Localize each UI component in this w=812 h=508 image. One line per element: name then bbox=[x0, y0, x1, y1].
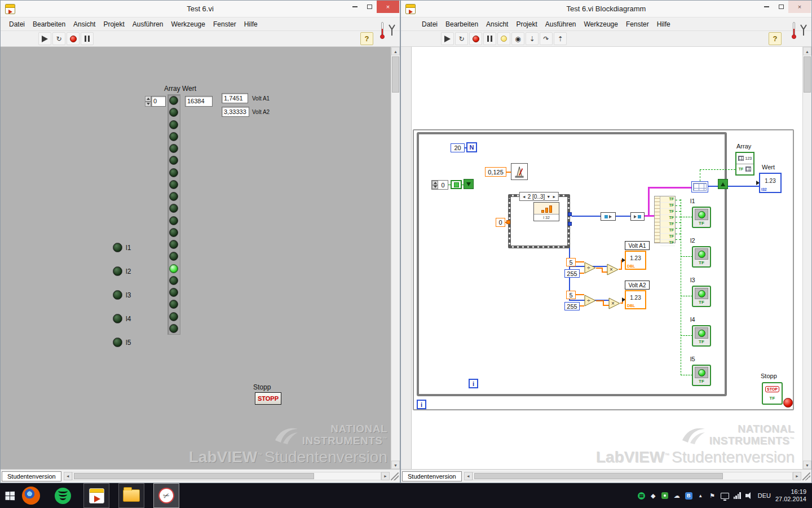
bluetooth-tray-icon[interactable]: B bbox=[685, 492, 692, 500]
menu-fenster[interactable]: Fenster bbox=[209, 17, 240, 31]
scroll-up-icon[interactable]: ▲ bbox=[803, 47, 811, 55]
menu-werkzeuge[interactable]: Werkzeuge bbox=[167, 17, 209, 31]
menu-projekt[interactable]: Projekt bbox=[512, 17, 541, 31]
front-panel-vscrollbar[interactable]: ▲ ▼ bbox=[391, 47, 400, 469]
wait-time-constant[interactable]: 0,125 bbox=[485, 167, 506, 177]
branch-icon[interactable] bbox=[387, 22, 396, 37]
taskbar-snipping-tool[interactable]: ✂ bbox=[153, 483, 179, 508]
scale-numerator-2[interactable]: 5 bbox=[566, 291, 576, 299]
for-loop-iteration-terminal[interactable]: i bbox=[469, 379, 478, 388]
menu-ansicht[interactable]: Ansicht bbox=[482, 17, 512, 31]
divide-node-1[interactable]: ÷ bbox=[584, 262, 596, 276]
studentenversion-tab[interactable]: Studentenversion bbox=[2, 471, 61, 481]
menu-projekt[interactable]: Projekt bbox=[99, 17, 128, 31]
vscroll-thumb[interactable] bbox=[804, 56, 811, 93]
l5-led-terminal[interactable]: TF bbox=[692, 365, 711, 386]
vscroll-thumb[interactable] bbox=[392, 56, 399, 93]
run-button[interactable] bbox=[441, 32, 454, 45]
index-spinner[interactable] bbox=[145, 96, 151, 107]
boolean-constant[interactable] bbox=[451, 180, 462, 189]
menu-ansicht[interactable]: Ansicht bbox=[69, 17, 99, 31]
resize-grip[interactable] bbox=[391, 472, 399, 480]
maximize-button[interactable] bbox=[774, 1, 788, 13]
minimize-button[interactable] bbox=[347, 1, 362, 13]
front-panel-hscrollbar[interactable] bbox=[72, 472, 381, 480]
block-diagram-hscrollbar[interactable] bbox=[473, 472, 793, 480]
network-tray-icon[interactable] bbox=[734, 492, 741, 499]
thermometer-icon[interactable] bbox=[379, 22, 385, 40]
hscroll-right-icon[interactable]: ► bbox=[793, 472, 801, 480]
menu-bearbeiten[interactable]: Bearbeiten bbox=[442, 17, 482, 31]
scroll-down-icon[interactable]: ▼ bbox=[391, 461, 400, 469]
thermometer-icon[interactable] bbox=[791, 22, 797, 40]
boolean-splitter[interactable]: TFTFTFTFTFTFTFTF bbox=[654, 196, 676, 243]
close-button[interactable]: × bbox=[788, 1, 811, 13]
selector-next-icon[interactable]: ► bbox=[552, 195, 556, 199]
menu-hilfe[interactable]: Hilfe bbox=[240, 17, 262, 31]
l3-led-terminal[interactable]: TF bbox=[692, 286, 711, 307]
abort-button[interactable] bbox=[67, 32, 80, 45]
build-array-node[interactable] bbox=[691, 181, 708, 192]
wert-indicator-terminal[interactable]: 1.23 I32 bbox=[759, 173, 782, 193]
l4-led-terminal[interactable]: TF bbox=[692, 325, 711, 347]
block-diagram-vscrollbar[interactable]: ▲ ▼ bbox=[802, 47, 811, 469]
selector-prev-icon[interactable]: ◄ bbox=[522, 195, 526, 199]
hscroll-left-icon[interactable]: ◄ bbox=[64, 472, 72, 480]
hscroll-thumb[interactable] bbox=[474, 473, 723, 479]
start-button[interactable] bbox=[1, 483, 18, 508]
front-panel-titlebar[interactable]: Test 6.vi × bbox=[1, 1, 400, 17]
menu-fenster[interactable]: Fenster bbox=[622, 17, 653, 31]
menu-ausfuehren[interactable]: Ausführen bbox=[541, 17, 580, 31]
volt-a2-indicator-terminal[interactable]: 1.23 DBL bbox=[625, 290, 646, 309]
wait-metronome-node[interactable] bbox=[511, 163, 528, 180]
vscroll-track[interactable] bbox=[391, 55, 400, 461]
convert-node-1[interactable] bbox=[601, 212, 616, 221]
step-out-button[interactable]: ⇡ bbox=[554, 32, 567, 45]
help-button[interactable]: ? bbox=[769, 32, 782, 45]
daq-read-node[interactable]: I 32 bbox=[533, 202, 559, 221]
block-diagram-canvas[interactable]: 20 N 0,125 0 ◄ bbox=[411, 47, 802, 469]
run-continuous-button[interactable]: ↻ bbox=[455, 32, 468, 45]
volume-tray-icon[interactable] bbox=[745, 492, 753, 499]
abort-button[interactable] bbox=[469, 32, 482, 45]
scroll-up-icon[interactable]: ▲ bbox=[391, 47, 400, 55]
convert-node-2[interactable] bbox=[630, 212, 645, 221]
vscroll-track[interactable] bbox=[803, 55, 811, 461]
action-center-flag-icon[interactable]: ⚑ bbox=[709, 492, 716, 500]
retain-wire-values-button[interactable]: ◉ bbox=[511, 32, 524, 45]
studentenversion-tab[interactable]: Studentenversion bbox=[402, 471, 462, 481]
minimize-button[interactable] bbox=[759, 1, 774, 13]
shift-register-left[interactable] bbox=[464, 179, 474, 189]
hscroll-left-icon[interactable]: ◄ bbox=[464, 472, 473, 480]
multiply-node-2[interactable]: × bbox=[608, 297, 620, 312]
menu-bearbeiten[interactable]: Bearbeiten bbox=[29, 17, 69, 31]
scale-denominator-1[interactable]: 255 bbox=[564, 269, 580, 278]
menu-datei[interactable]: Datei bbox=[418, 17, 442, 31]
channel-constant[interactable]: 0 bbox=[496, 218, 505, 227]
while-loop-iteration-terminal[interactable]: i bbox=[417, 400, 426, 409]
run-button[interactable] bbox=[38, 32, 51, 45]
l2-led-terminal[interactable]: TF bbox=[692, 246, 711, 268]
taskbar-spotify[interactable] bbox=[50, 483, 76, 508]
scale-denominator-2[interactable]: 255 bbox=[564, 302, 580, 310]
hscroll-thumb[interactable] bbox=[74, 473, 314, 479]
scroll-down-icon[interactable]: ▼ bbox=[803, 461, 811, 469]
pause-button[interactable] bbox=[81, 32, 94, 45]
highlight-execution-button[interactable] bbox=[497, 32, 510, 45]
loop-count-terminal[interactable]: N bbox=[466, 142, 477, 152]
hscroll-right-icon[interactable]: ► bbox=[381, 472, 390, 480]
close-button[interactable]: × bbox=[377, 1, 399, 13]
pause-button[interactable] bbox=[483, 32, 496, 45]
step-over-button[interactable]: ↷ bbox=[540, 32, 553, 45]
init-spinner[interactable] bbox=[432, 181, 438, 189]
menu-datei[interactable]: Datei bbox=[5, 17, 29, 31]
loop-condition-terminal[interactable] bbox=[783, 398, 793, 408]
array-indicator-terminal[interactable]: 123 TF bbox=[735, 152, 754, 176]
clock[interactable]: 16:19 27.02.2014 bbox=[775, 488, 806, 503]
branch-icon[interactable] bbox=[799, 22, 808, 37]
maximize-button[interactable] bbox=[362, 1, 377, 13]
diamond-tray-icon[interactable]: ◆ bbox=[650, 492, 657, 500]
divide-node-2[interactable]: ÷ bbox=[584, 295, 596, 309]
stopp-button[interactable]: STOPP bbox=[255, 392, 281, 405]
volt-a1-indicator-terminal[interactable]: 1.23 DBL bbox=[625, 251, 646, 270]
